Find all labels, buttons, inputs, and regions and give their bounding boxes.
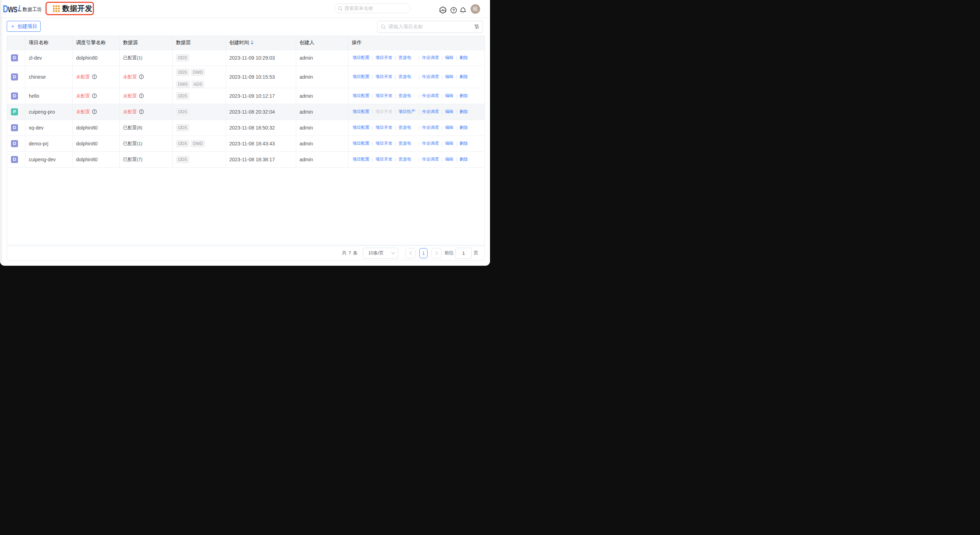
svg-text:?: ? <box>453 8 455 12</box>
svg-text:AI: AI <box>441 8 444 12</box>
